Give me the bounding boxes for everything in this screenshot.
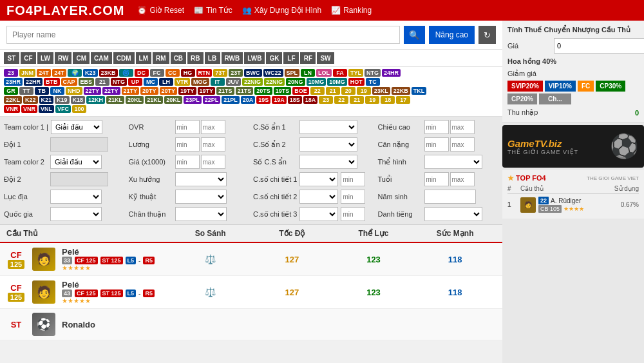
badge-cap[interactable]: CAP <box>61 78 77 86</box>
badge-19s[interactable]: 19S <box>256 96 270 104</box>
badge-19-num[interactable]: 19 <box>357 87 371 95</box>
disc-other-1[interactable]: FC <box>578 81 594 92</box>
badge-vnr[interactable]: VNR <box>4 105 20 113</box>
pos-rw[interactable]: RW <box>55 52 71 64</box>
pos-sw[interactable]: SW <box>317 52 334 64</box>
badge-ebs[interactable]: EBS <box>79 78 95 86</box>
badge-23kl[interactable]: 23KL <box>372 87 390 95</box>
filter-tuoi-min[interactable] <box>424 172 449 186</box>
badge-73t[interactable]: 73T <box>213 69 227 77</box>
filter-select-xuhuong[interactable] <box>175 172 227 186</box>
badge-tkl[interactable]: TKL <box>412 87 427 95</box>
badge-23t[interactable]: 23T <box>229 69 243 77</box>
pos-cdm[interactable]: CDM <box>113 52 135 64</box>
badge-up[interactable]: UP <box>128 78 142 86</box>
nav-xay-dung[interactable]: 👥 Xây Dựng Đội Hình <box>242 6 321 15</box>
pos-lf[interactable]: LF <box>283 52 299 64</box>
refresh-button[interactable]: ↻ <box>478 26 496 44</box>
badge-mog[interactable]: MOG <box>191 78 209 86</box>
filter-input-namsinh[interactable] <box>424 190 476 204</box>
filter-select-cschitiet2[interactable] <box>299 190 338 204</box>
badge-21ts2[interactable]: 21TS <box>236 87 254 95</box>
filter-select-teamcolor1[interactable]: Giải đấu <box>51 120 102 134</box>
badge-21ty[interactable]: 21TY <box>122 87 140 95</box>
badge-k21[interactable]: K21 <box>39 96 54 104</box>
badge-22-num[interactable]: 22 <box>310 87 325 95</box>
badge-gr[interactable]: GR <box>4 87 18 95</box>
pos-cm[interactable]: CM <box>73 52 90 64</box>
badge-20kl[interactable]: 20KL <box>126 96 144 104</box>
pos-lwb[interactable]: LWB <box>244 52 265 64</box>
filter-tuoi-max[interactable] <box>450 172 475 186</box>
badge-fc[interactable]: FC <box>150 69 164 77</box>
filter-gia-max[interactable] <box>201 155 225 169</box>
badge-19ts[interactable]: 19TS <box>274 87 292 95</box>
badge-12kh[interactable]: 12KH <box>86 96 105 104</box>
badge-21[interactable]: 21 <box>95 78 109 86</box>
pos-rm[interactable]: RM <box>153 52 169 64</box>
badge-vfc[interactable]: VFC <box>55 105 71 113</box>
filter-chieucao-max[interactable] <box>450 120 475 134</box>
filter-cschitiet3-min[interactable] <box>341 207 365 221</box>
badge-vnl[interactable]: VNL <box>39 105 54 113</box>
badge-10mg1[interactable]: 10MG <box>307 78 327 86</box>
badge-dc[interactable]: DC <box>135 69 149 77</box>
pos-cam[interactable]: CAM <box>91 52 112 64</box>
filter-select-cschitiet3[interactable] <box>299 207 338 221</box>
pos-st[interactable]: ST <box>4 52 19 64</box>
filter-gia-min[interactable] <box>175 155 200 169</box>
badge-20ts[interactable]: 20TS <box>254 87 272 95</box>
badge-btb[interactable]: BTB <box>44 78 60 86</box>
badge-nk[interactable]: NK <box>50 87 64 95</box>
filter-select-danhtieng[interactable] <box>424 207 482 221</box>
badge-18-2[interactable]: 18 <box>381 96 395 104</box>
badge-ntg[interactable]: NTG <box>365 69 381 77</box>
badge-22kb[interactable]: 22KB <box>392 87 410 95</box>
badge-20kl2[interactable]: 20KL <box>164 96 182 104</box>
filter-luong-max[interactable] <box>201 137 225 152</box>
badge-20a[interactable]: 20A <box>241 96 256 104</box>
badge-vtr[interactable]: VTR <box>175 78 190 86</box>
disc-cp30[interactable]: CP30% <box>596 81 625 92</box>
badge-lol[interactable]: LOL <box>316 69 332 77</box>
badge-23pl[interactable]: 23PL <box>184 96 202 104</box>
badge-nhd[interactable]: NHD <box>66 87 82 95</box>
filter-select-cschitiet1[interactable] <box>299 172 338 186</box>
badge-wc22[interactable]: WC22 <box>263 69 283 77</box>
badge-hot[interactable]: HOT <box>348 78 365 86</box>
filter-cschitiet1-min[interactable] <box>341 172 365 186</box>
disc-vip10[interactable]: VIP10% <box>545 81 576 92</box>
compare-icon[interactable]: ⚖️ <box>205 254 216 264</box>
badge-tc[interactable]: TC <box>366 78 380 86</box>
badge-24t-2[interactable]: 24T <box>52 69 66 77</box>
filter-select-lucdia[interactable] <box>50 190 102 204</box>
badge-17[interactable]: 17 <box>396 96 410 104</box>
badge-k22[interactable]: K22 <box>23 96 38 104</box>
badge-k18[interactable]: K18 <box>71 96 86 104</box>
badge-21ts[interactable]: 21TS <box>216 87 234 95</box>
badge-19-2[interactable]: 19 <box>365 96 379 104</box>
search-input[interactable] <box>6 26 400 44</box>
badge-bwc[interactable]: BWC <box>244 69 262 77</box>
advanced-search-button[interactable]: Nâng cao <box>429 26 475 44</box>
filter-cannang-max[interactable] <box>450 137 475 152</box>
filter-select-quocgia[interactable] <box>50 207 102 221</box>
filter-select-thehinh[interactable] <box>424 155 482 169</box>
filter-select-csoan2[interactable] <box>299 137 357 152</box>
badge-tt[interactable]: TT <box>19 87 33 95</box>
filter-select-teamcolor2[interactable]: Giải đấu <box>50 155 102 169</box>
price-input[interactable] <box>554 38 644 54</box>
pos-cf[interactable]: CF <box>21 52 36 64</box>
badge-spl[interactable]: SPL <box>285 69 300 77</box>
badge-k23[interactable]: K23 <box>83 69 98 77</box>
filter-color-doi1[interactable] <box>50 137 108 152</box>
badge-22ty[interactable]: 22TY <box>84 87 102 95</box>
badge-22nig1[interactable]: 22NIG <box>242 78 263 86</box>
filter-chieucao-min[interactable] <box>424 120 449 134</box>
badge-100[interactable]: 100 <box>72 105 86 113</box>
compare-cell[interactable]: ⚖️ <box>169 254 251 264</box>
pos-lw[interactable]: LW <box>37 52 53 64</box>
badge-ln[interactable]: LN <box>301 69 315 77</box>
pos-rwb[interactable]: RWB <box>222 52 243 64</box>
pos-cb[interactable]: CB <box>171 52 186 64</box>
